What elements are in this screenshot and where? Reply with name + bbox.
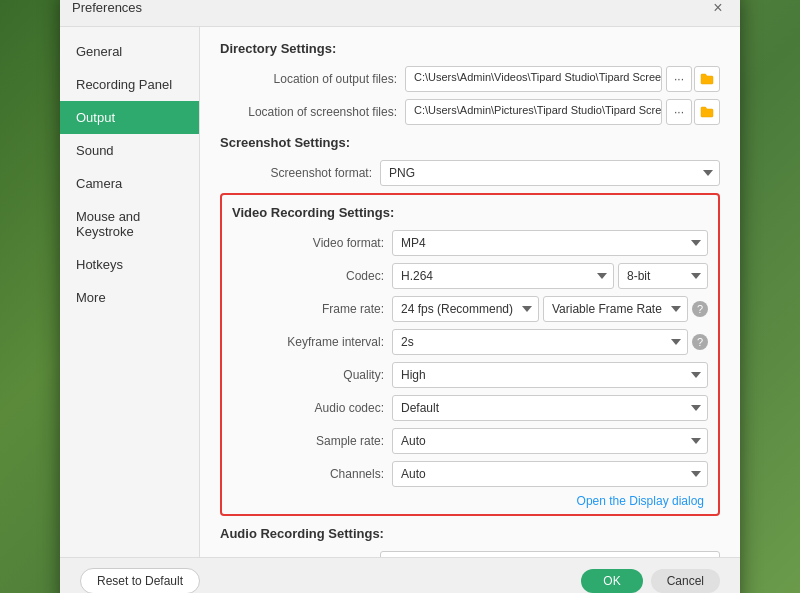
video-format-select[interactable]: MP4 AVI MOV xyxy=(392,230,708,256)
screenshot-format-select[interactable]: PNG JPG BMP xyxy=(380,160,720,186)
keyframe-control: 2s 1s 5s ? xyxy=(392,329,708,355)
ok-button[interactable]: OK xyxy=(581,569,642,593)
sidebar-item-mouse-keystroke[interactable]: Mouse and Keystroke xyxy=(60,200,199,248)
screenshot-settings-title: Screenshot Settings: xyxy=(220,135,720,150)
keyframe-label: Keyframe interval: xyxy=(232,335,392,349)
content-area: Directory Settings: Location of output f… xyxy=(200,27,740,557)
frame-rate-label: Frame rate: xyxy=(232,302,392,316)
output-path-label: Location of output files: xyxy=(220,72,405,86)
variable-frame-rate-select[interactable]: Variable Frame Rate Fixed Frame Rate xyxy=(543,296,688,322)
sample-rate-control: Auto 44100 Hz 48000 Hz xyxy=(392,428,708,454)
keyframe-help-icon[interactable]: ? xyxy=(692,334,708,350)
audio-recording-title: Audio Recording Settings: xyxy=(220,526,720,541)
sidebar: General Recording Panel Output Sound Cam… xyxy=(60,27,200,557)
channels-row: Channels: Auto Mono Stereo xyxy=(232,461,708,487)
bottom-right-buttons: OK Cancel xyxy=(581,569,720,593)
codec-control: H.264 H.265 8-bit 10-bit xyxy=(392,263,708,289)
folder-icon xyxy=(700,73,714,85)
sidebar-item-camera[interactable]: Camera xyxy=(60,167,199,200)
cancel-button[interactable]: Cancel xyxy=(651,569,720,593)
title-bar: Preferences × xyxy=(60,0,740,27)
screenshot-path-value: C:\Users\Admin\Pictures\Tipard Studio\Ti… xyxy=(405,99,662,125)
directory-settings-title: Directory Settings: xyxy=(220,41,720,56)
output-folder-button[interactable] xyxy=(694,66,720,92)
sidebar-item-hotkeys[interactable]: Hotkeys xyxy=(60,248,199,281)
audio-codec-label: Audio codec: xyxy=(232,401,392,415)
preferences-dialog: Preferences × General Recording Panel Ou… xyxy=(60,0,740,593)
reset-button[interactable]: Reset to Default xyxy=(80,568,200,594)
sidebar-item-more[interactable]: More xyxy=(60,281,199,314)
audio-codec-control: Default AAC MP3 xyxy=(392,395,708,421)
bottom-bar: Reset to Default OK Cancel xyxy=(60,557,740,594)
codec-select[interactable]: H.264 H.265 xyxy=(392,263,614,289)
folder-icon2 xyxy=(700,106,714,118)
sidebar-item-general[interactable]: General xyxy=(60,35,199,68)
sidebar-item-sound[interactable]: Sound xyxy=(60,134,199,167)
screenshot-format-control: PNG JPG BMP xyxy=(380,160,720,186)
dialog-body: General Recording Panel Output Sound Cam… xyxy=(60,27,740,557)
sample-rate-select[interactable]: Auto 44100 Hz 48000 Hz xyxy=(392,428,708,454)
channels-label: Channels: xyxy=(232,467,392,481)
screenshot-format-row: Screenshot format: PNG JPG BMP xyxy=(220,160,720,186)
screenshot-format-label: Screenshot format: xyxy=(220,166,380,180)
keyframe-select[interactable]: 2s 1s 5s xyxy=(392,329,688,355)
screenshot-path-row: Location of screenshot files: C:\Users\A… xyxy=(220,99,720,125)
output-path-value: C:\Users\Admin\Videos\Tipard Studio\Tipa… xyxy=(405,66,662,92)
quality-row: Quality: High Medium Low Very High xyxy=(232,362,708,388)
frame-rate-row: Frame rate: 24 fps (Recommend) 30 fps 60… xyxy=(232,296,708,322)
frame-rate-help-icon[interactable]: ? xyxy=(692,301,708,317)
output-dots-button[interactable]: ··· xyxy=(666,66,692,92)
codec-label: Codec: xyxy=(232,269,392,283)
frame-rate-control: 24 fps (Recommend) 30 fps 60 fps Variabl… xyxy=(392,296,708,322)
close-button[interactable]: × xyxy=(708,0,728,18)
bitdepth-select[interactable]: 8-bit 10-bit xyxy=(618,263,708,289)
video-format-control: MP4 AVI MOV xyxy=(392,230,708,256)
keyframe-row: Keyframe interval: 2s 1s 5s ? xyxy=(232,329,708,355)
video-format-row: Video format: MP4 AVI MOV xyxy=(232,230,708,256)
sample-rate-row: Sample rate: Auto 44100 Hz 48000 Hz xyxy=(232,428,708,454)
screenshot-path-buttons: ··· xyxy=(666,99,720,125)
frame-rate-select[interactable]: 24 fps (Recommend) 30 fps 60 fps xyxy=(392,296,539,322)
sidebar-item-output[interactable]: Output xyxy=(60,101,199,134)
sidebar-item-recording-panel[interactable]: Recording Panel xyxy=(60,68,199,101)
quality-label: Quality: xyxy=(232,368,392,382)
channels-select[interactable]: Auto Mono Stereo xyxy=(392,461,708,487)
quality-control: High Medium Low Very High xyxy=(392,362,708,388)
video-format-label: Video format: xyxy=(232,236,392,250)
video-recording-title: Video Recording Settings: xyxy=(232,205,708,220)
output-path-buttons: ··· xyxy=(666,66,720,92)
quality-select[interactable]: High Medium Low Very High xyxy=(392,362,708,388)
dialog-title: Preferences xyxy=(72,0,142,15)
sample-rate-label: Sample rate: xyxy=(232,434,392,448)
screenshot-dots-button[interactable]: ··· xyxy=(666,99,692,125)
audio-codec-row: Audio codec: Default AAC MP3 xyxy=(232,395,708,421)
channels-control: Auto Mono Stereo xyxy=(392,461,708,487)
open-display-link[interactable]: Open the Display dialog xyxy=(232,494,708,508)
screenshot-path-label: Location of screenshot files: xyxy=(220,105,405,119)
audio-codec-select[interactable]: Default AAC MP3 xyxy=(392,395,708,421)
output-path-row: Location of output files: C:\Users\Admin… xyxy=(220,66,720,92)
screenshot-folder-button[interactable] xyxy=(694,99,720,125)
codec-row: Codec: H.264 H.265 8-bit 10-bit xyxy=(232,263,708,289)
video-recording-section: Video Recording Settings: Video format: … xyxy=(220,193,720,516)
